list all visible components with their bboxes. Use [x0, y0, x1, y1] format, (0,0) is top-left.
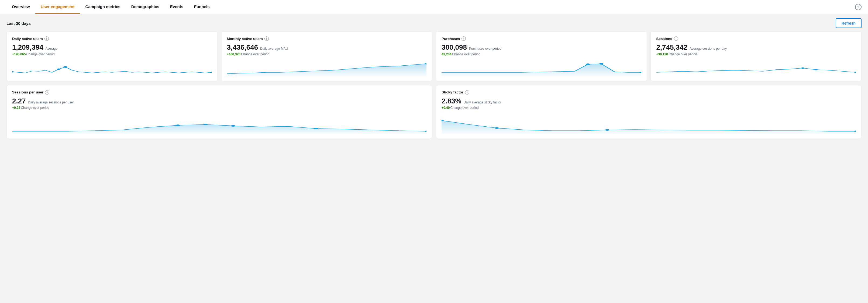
- card-title-mau: Monthly active users: [227, 37, 263, 41]
- cards-grid-top: Daily active users i 1,209,394 Average +…: [0, 31, 868, 85]
- metric-sublabel-purchases: Purchases over period: [469, 47, 501, 51]
- tab-user-engagement[interactable]: User engagement: [35, 0, 80, 14]
- metric-sublabel-sf: Daily average sticky factor: [464, 101, 501, 104]
- chart-sf: [441, 112, 856, 135]
- svg-point-10: [801, 67, 804, 68]
- svg-point-8: [599, 63, 603, 64]
- card-title-spu: Sessions per user: [12, 90, 43, 94]
- svg-point-7: [586, 63, 590, 65]
- card-title-row-spu: Sessions per user i: [12, 90, 427, 94]
- metric-value-purchases: 300,098: [441, 44, 467, 51]
- card-sessions-per-user: Sessions per user i 2.27 Daily average s…: [6, 85, 432, 139]
- svg-point-3: [210, 72, 212, 73]
- metric-value-spu: 2.27: [12, 97, 26, 105]
- card-title-row-mau: Monthly active users i: [227, 36, 427, 41]
- metric-change-sf: +0.40Change over period: [441, 106, 856, 110]
- metric-sublabel-mau: Daily average MAU: [260, 47, 288, 51]
- info-icon-spu[interactable]: i: [45, 90, 49, 94]
- app-container: Overview User engagement Campaign metric…: [0, 0, 868, 303]
- refresh-button[interactable]: Refresh: [836, 18, 862, 28]
- svg-point-2: [63, 66, 67, 68]
- card-title-dau: Daily active users: [12, 37, 43, 41]
- svg-point-15: [204, 124, 208, 125]
- svg-point-22: [605, 129, 609, 131]
- tab-events[interactable]: Events: [165, 0, 189, 14]
- chart-mau: [227, 59, 427, 78]
- metric-change-label-dau: Change over period: [26, 52, 55, 56]
- card-title-row-sessions: Sessions i: [656, 36, 856, 41]
- svg-point-12: [854, 72, 856, 73]
- metric-value-sf: 2.83%: [441, 97, 462, 105]
- metric-change-label-purchases: Change over period: [452, 52, 480, 56]
- info-icon-sf[interactable]: i: [465, 90, 469, 94]
- card-monthly-active-users: Monthly active users i 3,436,646 Daily a…: [221, 31, 432, 81]
- metric-value-mau: 3,436,646: [227, 44, 258, 51]
- cards-grid-bottom: Sessions per user i 2.27 Daily average s…: [0, 85, 868, 139]
- help-icon[interactable]: ?: [855, 4, 862, 10]
- metric-value-row-spu: 2.27 Daily average sessions per user: [12, 97, 427, 105]
- metric-change-label-spu: Change over period: [21, 106, 49, 110]
- svg-point-0: [12, 71, 14, 72]
- metric-sublabel-dau: Average: [45, 47, 57, 51]
- metric-value-row-purchases: 300,098 Purchases over period: [441, 44, 641, 51]
- card-title-row-sf: Sticky factor i: [441, 90, 856, 94]
- info-icon-purchases[interactable]: i: [462, 36, 466, 41]
- metric-value-row-dau: 1,209,394 Average: [12, 44, 212, 51]
- svg-point-14: [176, 125, 180, 126]
- metric-value-row-sessions: 2,745,342 Average sessions per day: [656, 44, 856, 51]
- metric-sublabel-spu: Daily average sessions per user: [28, 101, 74, 104]
- card-title-row-purchases: Purchases i: [441, 36, 641, 41]
- metric-change-mau: +400,320Change over period: [227, 52, 427, 56]
- card-sessions: Sessions i 2,745,342 Average sessions pe…: [651, 31, 862, 81]
- chart-sessions: [656, 59, 856, 78]
- metric-value-dau: 1,209,394: [12, 44, 43, 51]
- svg-marker-4: [227, 64, 427, 77]
- chart-dau: [12, 59, 212, 78]
- header-row: Last 30 days Refresh: [0, 14, 868, 31]
- svg-point-16: [231, 125, 235, 127]
- svg-point-21: [495, 127, 499, 129]
- svg-point-11: [814, 69, 817, 70]
- card-sticky-factor: Sticky factor i 2.83% Daily average stic…: [436, 85, 862, 139]
- info-icon-sessions[interactable]: i: [674, 36, 678, 41]
- card-daily-active-users: Daily active users i 1,209,394 Average +…: [6, 31, 218, 81]
- info-icon-mau[interactable]: i: [265, 36, 269, 41]
- metric-value-row-mau: 3,436,646 Daily average MAU: [227, 44, 427, 51]
- tab-campaign-metrics[interactable]: Campaign metrics: [80, 0, 126, 14]
- metric-change-label-sf: Change over period: [450, 106, 478, 110]
- card-title-sessions: Sessions: [656, 37, 672, 41]
- info-icon-dau[interactable]: i: [44, 36, 49, 41]
- metric-change-sessions: +30,120Change over period: [656, 52, 856, 56]
- metric-value-row-sf: 2.83% Daily average sticky factor: [441, 97, 856, 105]
- card-title-purchases: Purchases: [441, 37, 460, 41]
- chart-spu: [12, 112, 427, 135]
- svg-marker-13: [12, 125, 427, 134]
- tab-funnels[interactable]: Funnels: [189, 0, 215, 14]
- card-title-row-dau: Daily active users i: [12, 36, 212, 41]
- metric-sublabel-sessions: Average sessions per day: [689, 47, 727, 51]
- tab-overview[interactable]: Overview: [6, 0, 35, 14]
- card-purchases: Purchases i 300,098 Purchases over perio…: [436, 31, 647, 81]
- metric-value-sessions: 2,745,342: [656, 44, 688, 51]
- metric-change-dau: +196,065Change over period: [12, 52, 212, 56]
- tab-bar: Overview User engagement Campaign metric…: [0, 0, 868, 14]
- card-title-sf: Sticky factor: [441, 90, 463, 94]
- metric-change-spu: +0.23Change over period: [12, 106, 427, 110]
- chart-purchases: [441, 59, 641, 78]
- metric-change-purchases: 43,234Change over period: [441, 52, 641, 56]
- svg-marker-19: [441, 120, 856, 134]
- metric-change-label-sessions: Change over period: [669, 52, 697, 56]
- metric-change-label-mau: Change over period: [241, 52, 269, 56]
- tab-demographics[interactable]: Demographics: [126, 0, 165, 14]
- date-range-label: Last 30 days: [6, 21, 31, 26]
- svg-point-1: [57, 68, 60, 70]
- svg-point-17: [314, 128, 318, 129]
